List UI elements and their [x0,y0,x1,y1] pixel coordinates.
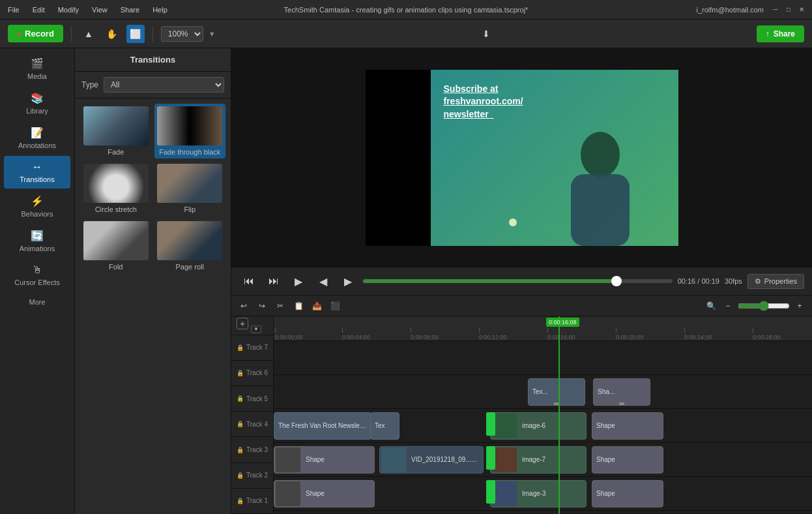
track5-clip-tex[interactable]: Tex [370,412,399,440]
sidebar-item-animations[interactable]: 🔄 Animations [4,224,70,258]
crop-tool[interactable]: ⬜ [126,25,145,43]
track4-clip-shape2[interactable]: Shape [592,446,663,474]
go-to-start-button[interactable]: ⏮ [239,271,259,291]
track4-clip-image7[interactable]: image-7 [490,446,587,474]
add-track-button[interactable]: + [237,318,248,329]
track3-clip-shape[interactable]: Shape [274,480,375,507]
type-select[interactable]: All Fade 3D Motion [104,77,224,93]
transition-fold[interactable]: Fold [80,219,152,273]
track3-clip-image3[interactable]: Image-3 [490,480,587,507]
annotations-icon: 📝 [31,127,44,139]
timeline-ruler[interactable]: 0:00:00;00 0:00:04;00 0:00:08;00 0:00:12… [274,316,812,341]
track-label-7: 🔒Track 7 [231,335,273,361]
menu-share[interactable]: Share [118,5,142,15]
menu-view[interactable]: View [89,5,110,15]
track5-clip-image6[interactable]: image-6 [490,412,587,440]
paste-button[interactable]: 📤 [310,299,324,313]
video-frame: Subscribe atfreshvanroot.com/newsletter_ [366,70,678,246]
record-button[interactable]: Record [8,25,63,42]
collapse-tracks-button[interactable]: ▼ [251,325,261,333]
animations-icon: 🔄 [31,230,44,242]
transition-ftb-thumb [157,106,222,145]
clip-expand-handle[interactable] [554,402,559,405]
track5-text-newsletter-label: The Fresh Van Root Newsletter [274,422,371,429]
track-5-lock[interactable]: 🔒 [237,395,244,402]
track6-shape-label: Sha... [594,388,618,395]
next-frame-button[interactable]: ▶ [338,271,358,291]
download-icon[interactable]: ⬇ [482,29,490,39]
playback-progress-bar[interactable] [363,279,673,283]
track5-clip-shape[interactable]: Shape [592,412,663,440]
sidebar-item-transitions-label: Transitions [20,175,54,183]
menu-modify[interactable]: Modify [55,5,81,15]
track5-clip-text-newsletter[interactable]: The Fresh Van Root Newsletter [274,412,371,440]
step-back-button[interactable]: ⏭ [264,271,283,291]
page-roll-thumbnail [157,221,222,260]
transition-fade[interactable]: Fade [80,104,152,159]
transition-circle-stretch[interactable]: Circle stretch [80,161,152,216]
track3-clip-shape2[interactable]: Shape [592,480,663,507]
track5-shape-label: Shape [592,422,619,429]
track-7-lock[interactable]: 🔒 [237,344,244,351]
toolbar-separator-2 [152,26,153,42]
preview-canvas: Subscribe atfreshvanroot.com/newsletter_ [231,48,812,267]
copy-button[interactable]: 📋 [291,299,306,313]
properties-button[interactable]: ⚙ Properties [747,274,804,289]
sidebar-item-transitions[interactable]: ↔ Transitions [4,156,70,189]
sidebar-item-behaviors[interactable]: ⚡ Behaviors [4,190,70,223]
transition-pr-thumb [157,221,222,260]
track-6-lock[interactable]: 🔒 [237,370,244,376]
minimize-button[interactable]: ─ [770,5,781,15]
sidebar-item-library[interactable]: 📚 Library [4,87,70,120]
menu-file[interactable]: File [5,5,22,15]
track-label-4: 🔒Track 4 [231,412,273,437]
transition-page-roll[interactable]: Page roll [154,219,226,273]
track4-clip-shape[interactable]: Shape [274,446,375,474]
track3-shape-thumb [276,481,300,506]
playback-knob[interactable] [611,276,622,286]
track-1-lock[interactable]: 🔒 [237,498,244,504]
track-4-lock[interactable]: 🔒 [237,421,244,427]
track-3-lock[interactable]: 🔒 [237,447,244,453]
track4-transition-marker [486,446,495,470]
sidebar-item-annotations[interactable]: 📝 Annotations [4,121,70,155]
maximize-button[interactable]: □ [783,5,794,15]
transitions-grid: Fade Fade through black Circle stretch F… [75,98,231,279]
menu-help[interactable]: Help [150,5,170,15]
zoom-out-button[interactable]: 🔍 [704,299,718,313]
close-button[interactable]: ✕ [796,5,807,15]
transition-ftb-label: Fade through black [159,148,220,156]
redo-button[interactable]: ↪ [255,299,269,313]
panel-type-row: Type All Fade 3D Motion [75,72,231,98]
transition-flip[interactable]: Flip [154,161,226,216]
main-toolbar: Record ▲ ✋ ⬜ 100% 75% 50% 200% ▼ ⬇ ↑ Sha… [0,20,812,48]
sidebar-item-media[interactable]: 🎬 Media [4,52,70,85]
track4-image7-label: image-7 [518,456,549,463]
titlebar: File Edit Modify View Share Help TechSmi… [0,0,812,20]
track5-transition-marker [486,412,495,436]
track6-clip-text[interactable]: Tex... [528,378,585,406]
zoom-select[interactable]: 100% 75% 50% 200% [161,26,203,42]
transition-fade-through-black[interactable]: Fade through black [154,104,226,159]
track-2-lock[interactable]: 🔒 [237,472,244,479]
sidebar-item-more[interactable]: More [4,293,70,311]
share-button[interactable]: ↑ Share [757,25,804,42]
ruler-mark-16: 0:00:16;00 [547,327,575,340]
prev-frame-button[interactable]: ◀ [313,271,333,291]
sidebar-item-cursor-effects[interactable]: 🖱 Cursor Effects [4,259,70,292]
video-right-content: Subscribe atfreshvanroot.com/newsletter_ [431,70,678,246]
pointer-tool[interactable]: ▲ [80,25,98,43]
clip-expand-handle[interactable] [619,402,624,405]
zoom-slider[interactable] [738,301,790,311]
track3-shape2-label: Shape [592,490,619,497]
track4-clip-video[interactable]: VID_20191218_09...0020 [379,446,484,474]
track6-clip-shape[interactable]: Sha... [593,378,650,406]
undo-button[interactable]: ↩ [237,299,251,313]
split-button[interactable]: ⬛ [328,299,342,313]
menu-edit[interactable]: Edit [30,5,48,15]
video-subscribe-text: Subscribe atfreshvanroot.com/newsletter_ [431,70,678,134]
menu-bar: File Edit Modify View Share Help [5,5,170,15]
hand-tool[interactable]: ✋ [103,25,121,43]
cut-button[interactable]: ✂ [273,299,287,313]
play-button[interactable]: ▶ [289,271,308,291]
